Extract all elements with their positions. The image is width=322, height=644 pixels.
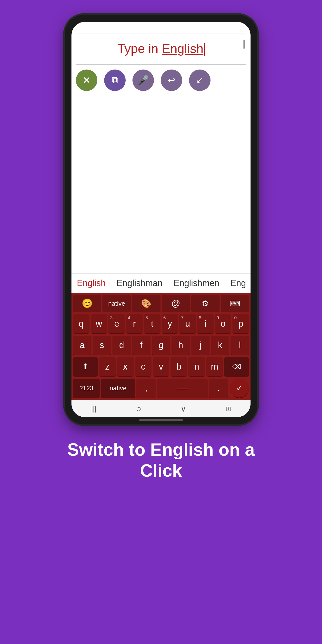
suggestion-englishmen[interactable]: Englishmen [168, 274, 225, 293]
key-g[interactable]: g [152, 336, 170, 355]
key-z[interactable]: z [99, 357, 116, 377]
period-key[interactable]: . [209, 378, 228, 398]
keyboard-hide-key[interactable]: ⌨ [221, 295, 249, 312]
shift-icon: ⬆ [82, 362, 89, 371]
suggestion-english[interactable]: English [72, 274, 111, 293]
share-icon: ⤢ [196, 75, 204, 86]
nav-grid-button[interactable]: ⊞ [221, 402, 236, 416]
keyboard-row-3: ⬆ z x c v b n m ⌫ [72, 356, 250, 378]
undo-button[interactable]: ↩ [161, 70, 182, 91]
nav-back-button[interactable]: ||| [86, 402, 101, 416]
space-key[interactable]: — [157, 378, 208, 398]
text-highlighted: English [162, 42, 204, 56]
enter-icon: ✓ [236, 384, 243, 393]
suggestion-eng[interactable]: Eng [225, 274, 250, 293]
text-input-content: Type in English [117, 41, 205, 56]
key-k[interactable]: k [211, 336, 229, 355]
key-j[interactable]: j [191, 336, 210, 355]
key-o[interactable]: 9o [215, 314, 232, 334]
bottom-tagline: Switch to English on a Click [43, 424, 279, 481]
backspace-key[interactable]: ⌫ [224, 357, 249, 377]
mic-icon: 🎤 [138, 75, 149, 86]
text-input-area[interactable]: Type in English [76, 33, 246, 65]
phone-frame: Type in English ✕ ⧉ 🎤 ↩ ⤢ [65, 15, 257, 424]
settings-key[interactable]: ⚙ [191, 295, 220, 312]
keyboard-row-2: a s d f g h j k l [72, 335, 250, 356]
backspace-icon: ⌫ [232, 363, 242, 371]
nav-down-button[interactable]: ∨ [176, 402, 191, 416]
numbers-key[interactable]: ?123 [73, 378, 100, 398]
text-prefix: Type in [117, 42, 162, 56]
enter-key[interactable]: ✓ [230, 378, 249, 398]
native-bottom-key[interactable]: native [101, 378, 135, 398]
key-l[interactable]: l [230, 336, 249, 355]
key-c[interactable]: c [135, 357, 152, 377]
key-v[interactable]: v [153, 357, 169, 377]
toolbar: ✕ ⧉ 🎤 ↩ ⤢ [72, 65, 250, 96]
delete-icon: ✕ [83, 75, 90, 86]
keyboard-special-row: 😊 native 🎨 @ ⚙ ⌨ [72, 293, 250, 313]
nav-home-button[interactable]: ○ [131, 402, 146, 416]
key-b[interactable]: b [170, 357, 187, 377]
key-i[interactable]: 8i [197, 314, 214, 334]
key-u[interactable]: 7u [179, 314, 196, 334]
shift-key[interactable]: ⬆ [73, 357, 98, 377]
key-q[interactable]: q [73, 314, 90, 334]
mic-button[interactable]: 🎤 [132, 70, 154, 91]
key-f[interactable]: f [132, 336, 150, 355]
key-y[interactable]: 6y [162, 314, 178, 334]
keyboard-row-1: q w 3e 4r 5t 6y 7u 8i 9o 0p [72, 313, 250, 335]
copy-button[interactable]: ⧉ [104, 70, 126, 91]
status-bar [72, 22, 250, 30]
key-e[interactable]: 3e [108, 314, 125, 334]
copy-icon: ⧉ [112, 75, 118, 86]
comma-key[interactable]: , [136, 378, 156, 398]
space-icon: — [177, 383, 188, 394]
at-key[interactable]: @ [162, 295, 190, 312]
key-x[interactable]: x [117, 357, 134, 377]
key-n[interactable]: n [188, 357, 205, 377]
key-a[interactable]: a [73, 336, 92, 355]
grid-icon: ⊞ [226, 405, 231, 413]
share-button[interactable]: ⤢ [189, 70, 210, 91]
undo-icon: ↩ [168, 75, 176, 86]
key-r[interactable]: 4r [126, 314, 143, 334]
delete-button[interactable]: ✕ [76, 70, 97, 91]
keyboard-bottom-row: ?123 native , — . ✓ [72, 378, 250, 400]
nav-bar: ||| ○ ∨ ⊞ [72, 400, 250, 417]
keyboard: 😊 native 🎨 @ ⚙ ⌨ q [72, 293, 250, 417]
text-cursor [204, 43, 205, 56]
key-h[interactable]: h [172, 336, 190, 355]
native-key[interactable]: native [102, 295, 131, 312]
key-t[interactable]: 5t [144, 314, 160, 334]
suggestions-bar: English Englishman Englishmen Eng [72, 274, 250, 293]
suggestion-englishman[interactable]: Englishman [111, 274, 168, 293]
home-indicator [139, 419, 183, 421]
key-s[interactable]: s [93, 336, 111, 355]
key-m[interactable]: m [206, 357, 223, 377]
emoji-key[interactable]: 😊 [73, 295, 101, 312]
palette-key[interactable]: 🎨 [132, 295, 160, 312]
key-p[interactable]: 0p [232, 314, 249, 334]
key-w[interactable]: w [91, 314, 107, 334]
middle-space [72, 96, 250, 274]
phone-screen: Type in English ✕ ⧉ 🎤 ↩ ⤢ [72, 22, 250, 417]
key-d[interactable]: d [112, 336, 131, 355]
